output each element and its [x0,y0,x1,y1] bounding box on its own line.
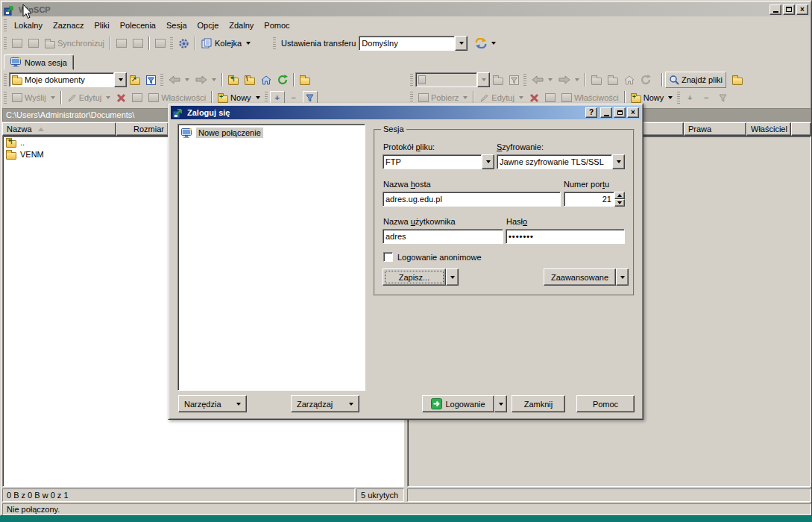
refresh-icon [277,75,288,85]
delete-x-grey-icon [529,93,539,103]
anonymous-checkbox[interactable] [383,252,393,262]
dialog-help-button[interactable]: ? [585,107,597,118]
remote-nav-toolbar: Znajdź pliki [409,71,746,89]
find-files-button[interactable]: Znajdź pliki [665,72,726,88]
close-dialog-button[interactable]: Zamknij [512,395,565,412]
remote-forward-button [556,72,582,88]
menu-grip[interactable] [4,19,7,32]
column-header-rights[interactable]: Prawa [684,122,746,136]
remote-filter-toggle [715,91,730,104]
remote-dir-combo [415,72,490,87]
sync-browsing-toggle[interactable] [729,72,746,88]
window-titlebar[interactable]: WinSCP × [2,2,810,16]
menu-polecenia[interactable]: Polecenia [115,19,161,32]
username-label: Nazwa użytkownika [383,217,456,226]
local-hidden-count[interactable]: 5 ukrytych [356,488,404,502]
session-tabs: Nowa sesja [2,54,810,70]
menu-sesja[interactable]: Sesja [161,19,192,32]
protocol-dropdown[interactable] [482,154,494,169]
local-filter-button[interactable] [143,72,159,88]
dialog-app-icon [172,107,184,119]
local-root-dir-button[interactable]: \ [242,72,258,88]
new-folder-icon: + [218,95,228,103]
toolbar-grip[interactable] [4,37,7,50]
encryption-dropdown[interactable] [612,154,625,169]
save-dropdown-button[interactable] [446,268,459,286]
preferences-button[interactable] [175,35,192,51]
upload-icon [12,93,22,102]
advanced-dropdown-button[interactable] [616,268,629,286]
dialog-maximize-button[interactable] [614,107,626,118]
transfer-settings-label: Ustawienia transferu [278,39,359,48]
column-header-owner[interactable]: Właściciel [746,122,791,136]
minimize-button[interactable] [769,4,781,15]
dialog-minimize-button[interactable] [600,107,612,118]
local-panel-statusbar: 0 B z 0 B w 0 z 1 5 ukrytych [2,488,404,502]
anonymous-label[interactable]: Logowanie anonimowe [397,253,482,262]
local-parent-dir-button[interactable]: ↰ [225,72,242,88]
login-dropdown-button[interactable] [494,395,507,412]
filter-icon [146,75,156,85]
console-icon [116,39,127,48]
encryption-value[interactable]: Jawne szyfrowanie TLS/SSL [497,154,612,169]
menu-pomoc[interactable]: Pomoc [259,19,295,32]
local-refresh-button[interactable] [274,72,291,88]
save-button[interactable]: Zapisz... [383,268,446,286]
advanced-button[interactable]: Zaawansowane [544,268,616,286]
port-down-button[interactable] [614,199,625,207]
encryption-label: Szyfrowanie: [497,142,544,151]
local-home-dir-button[interactable] [258,72,274,88]
help-button[interactable]: Pomoc [576,395,635,412]
remote-root-dir-button [605,72,621,88]
port-up-button[interactable] [614,192,625,199]
login-button[interactable]: Logowanie [422,395,494,412]
site-item-label[interactable]: Nowe połączenie [196,128,263,138]
filter-grey-icon [509,75,519,85]
host-input[interactable] [383,192,561,207]
menu-zdalny[interactable]: Zdalny [224,19,259,32]
port-spinner[interactable] [564,192,625,207]
protocol-label: Protokół pliku: [383,142,435,151]
username-input[interactable] [383,229,503,244]
local-drive-value[interactable]: Moje dokumenty [25,75,85,84]
transfer-options-button[interactable] [472,35,499,51]
manage-button[interactable]: Zarządzaj [291,395,359,412]
tools-button[interactable]: Narzędzia [178,395,247,412]
encryption-combo[interactable]: Jawne szyfrowanie TLS/SSL [497,154,625,169]
site-list[interactable]: Nowe połączenie [177,124,365,391]
local-drive-combo[interactable]: Moje dokumenty [9,72,127,87]
remote-panel-statusbar [407,488,811,502]
local-open-dir-button[interactable]: ↗ [127,72,143,88]
dialog-close-button[interactable]: × [627,107,639,118]
transfer-settings-value[interactable]: Domyślny [359,36,455,51]
close-button[interactable]: × [796,4,808,15]
local-copy-path-button[interactable] [297,72,313,88]
column-header-size[interactable]: Rozmiar [116,122,169,136]
menu-opcje[interactable]: Opcje [192,19,224,32]
protocol-combo[interactable]: FTP [383,154,494,169]
small-filter-icon [306,94,314,102]
maximize-button[interactable] [783,4,795,15]
dialog-titlebar[interactable]: Zaloguj się ? × [171,106,641,119]
new-folder-icon-remote: + [631,95,641,103]
menu-pliki[interactable]: Pliki [89,19,115,32]
transfer-settings-combo[interactable]: Domyślny [359,36,468,51]
site-item-new-connection[interactable]: Nowe połączenie [178,125,365,139]
queue-dropdown-caret[interactable] [246,42,251,45]
menu-zaznacz[interactable]: Zaznacz [48,19,89,32]
linked-folders-icon [732,78,743,85]
queue-button[interactable]: Kolejka [198,35,254,51]
main-toolbar: Synchronizuj Kolejka Ustawienia transfer… [2,34,810,54]
protocol-value[interactable]: FTP [383,154,482,169]
local-drive-dropdown[interactable] [114,72,127,87]
folder-up-icon: ↰ [228,78,239,85]
remote-home-dir-button [621,72,638,88]
tab-new-session[interactable]: Nowa sesja [4,54,74,70]
winscp-app-icon [4,4,16,16]
transfer-options-caret[interactable] [491,42,496,45]
password-input[interactable] [506,229,625,244]
column-header-name[interactable]: Nazwa [2,122,116,136]
port-input[interactable] [564,192,614,207]
transfer-settings-dropdown[interactable] [455,36,468,51]
host-label: Nazwa hosta [383,180,431,189]
